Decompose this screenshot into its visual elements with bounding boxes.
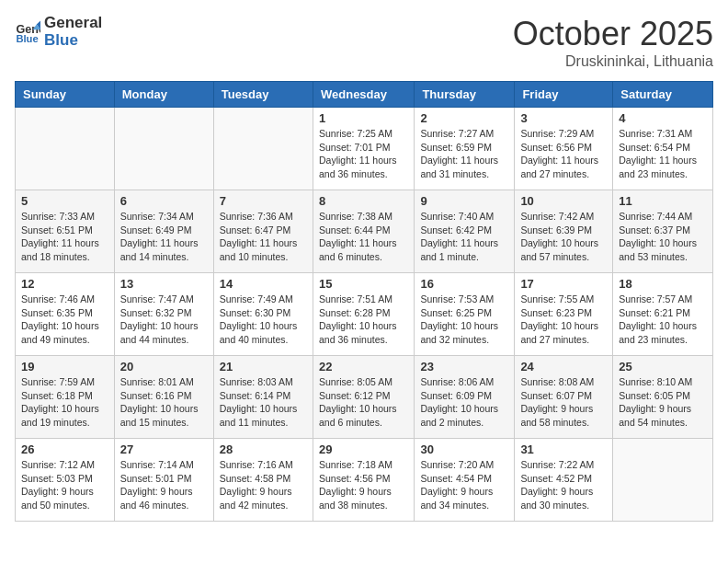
calendar-cell	[16, 108, 115, 190]
week-row-2: 5Sunrise: 7:33 AM Sunset: 6:51 PM Daylig…	[16, 190, 713, 273]
day-info: Sunrise: 7:14 AM Sunset: 5:01 PM Dayligh…	[120, 458, 208, 512]
day-info: Sunrise: 7:38 AM Sunset: 6:44 PM Dayligh…	[319, 210, 408, 264]
day-number: 2	[420, 111, 508, 125]
day-info: Sunrise: 7:18 AM Sunset: 4:56 PM Dayligh…	[319, 458, 408, 512]
day-number: 3	[520, 111, 607, 125]
day-info: Sunrise: 7:12 AM Sunset: 5:03 PM Dayligh…	[21, 458, 108, 512]
calendar-cell: 13Sunrise: 7:47 AM Sunset: 6:32 PM Dayli…	[114, 273, 213, 356]
day-info: Sunrise: 8:08 AM Sunset: 6:07 PM Dayligh…	[520, 375, 607, 430]
day-info: Sunrise: 7:36 AM Sunset: 6:47 PM Dayligh…	[220, 210, 307, 264]
day-info: Sunrise: 8:03 AM Sunset: 6:14 PM Dayligh…	[220, 375, 307, 430]
calendar-cell: 27Sunrise: 7:14 AM Sunset: 5:01 PM Dayli…	[114, 439, 213, 522]
day-info: Sunrise: 8:06 AM Sunset: 6:09 PM Dayligh…	[420, 375, 508, 430]
weekday-header-monday: Monday	[114, 82, 213, 108]
calendar-cell: 1Sunrise: 7:25 AM Sunset: 7:01 PM Daylig…	[313, 108, 414, 190]
calendar-cell: 31Sunrise: 7:22 AM Sunset: 4:52 PM Dayli…	[515, 439, 613, 522]
calendar-cell: 26Sunrise: 7:12 AM Sunset: 5:03 PM Dayli…	[16, 439, 115, 522]
calendar-cell: 20Sunrise: 8:01 AM Sunset: 6:16 PM Dayli…	[114, 356, 213, 439]
day-number: 9	[420, 194, 508, 208]
calendar-cell: 5Sunrise: 7:33 AM Sunset: 6:51 PM Daylig…	[16, 190, 115, 273]
weekday-header-wednesday: Wednesday	[313, 82, 414, 108]
weekday-header-saturday: Saturday	[613, 82, 713, 108]
day-info: Sunrise: 7:49 AM Sunset: 6:30 PM Dayligh…	[220, 293, 307, 347]
calendar-cell: 6Sunrise: 7:34 AM Sunset: 6:49 PM Daylig…	[114, 190, 213, 273]
day-info: Sunrise: 7:53 AM Sunset: 6:25 PM Dayligh…	[420, 293, 508, 347]
calendar-cell: 3Sunrise: 7:29 AM Sunset: 6:56 PM Daylig…	[515, 108, 613, 190]
day-number: 28	[220, 442, 307, 456]
calendar-cell: 4Sunrise: 7:31 AM Sunset: 6:54 PM Daylig…	[613, 108, 713, 190]
day-number: 26	[21, 442, 108, 456]
calendar-cell: 15Sunrise: 7:51 AM Sunset: 6:28 PM Dayli…	[313, 273, 414, 356]
day-number: 22	[319, 360, 408, 373]
day-number: 15	[319, 277, 408, 291]
logo-icon: General Blue	[15, 19, 40, 45]
calendar-cell: 25Sunrise: 8:10 AM Sunset: 6:05 PM Dayli…	[613, 356, 713, 439]
weekday-header-friday: Friday	[515, 82, 613, 108]
logo-general-text: General	[44, 15, 102, 32]
day-number: 5	[21, 194, 108, 208]
day-number: 12	[21, 277, 108, 291]
day-info: Sunrise: 7:29 AM Sunset: 6:56 PM Dayligh…	[520, 127, 607, 181]
day-info: Sunrise: 7:59 AM Sunset: 6:18 PM Dayligh…	[21, 375, 108, 430]
day-info: Sunrise: 7:33 AM Sunset: 6:51 PM Dayligh…	[21, 210, 108, 264]
weekday-header-tuesday: Tuesday	[213, 82, 313, 108]
day-number: 31	[520, 442, 607, 456]
day-number: 11	[619, 194, 707, 208]
week-row-1: 1Sunrise: 7:25 AM Sunset: 7:01 PM Daylig…	[16, 108, 713, 190]
day-info: Sunrise: 7:16 AM Sunset: 4:58 PM Dayligh…	[220, 458, 307, 512]
day-info: Sunrise: 7:31 AM Sunset: 6:54 PM Dayligh…	[619, 127, 707, 181]
day-number: 27	[120, 442, 208, 456]
calendar-cell: 19Sunrise: 7:59 AM Sunset: 6:18 PM Dayli…	[16, 356, 115, 439]
calendar-cell: 11Sunrise: 7:44 AM Sunset: 6:37 PM Dayli…	[613, 190, 713, 273]
calendar: SundayMondayTuesdayWednesdayThursdayFrid…	[15, 81, 713, 522]
calendar-cell: 18Sunrise: 7:57 AM Sunset: 6:21 PM Dayli…	[613, 273, 713, 356]
month-title: October 2025	[513, 15, 713, 53]
day-number: 18	[619, 277, 707, 291]
day-info: Sunrise: 8:10 AM Sunset: 6:05 PM Dayligh…	[619, 375, 707, 430]
page-header: General Blue General Blue October 2025 D…	[15, 15, 713, 70]
day-number: 8	[319, 194, 408, 208]
weekday-header-row: SundayMondayTuesdayWednesdayThursdayFrid…	[16, 82, 713, 108]
calendar-cell: 30Sunrise: 7:20 AM Sunset: 4:54 PM Dayli…	[415, 439, 515, 522]
day-info: Sunrise: 7:44 AM Sunset: 6:37 PM Dayligh…	[619, 210, 707, 264]
svg-text:Blue: Blue	[16, 33, 38, 44]
week-row-5: 26Sunrise: 7:12 AM Sunset: 5:03 PM Dayli…	[16, 439, 713, 522]
calendar-cell: 17Sunrise: 7:55 AM Sunset: 6:23 PM Dayli…	[515, 273, 613, 356]
day-number: 24	[520, 360, 607, 373]
calendar-cell	[114, 108, 213, 190]
day-number: 7	[220, 194, 307, 208]
day-number: 10	[520, 194, 607, 208]
calendar-cell: 7Sunrise: 7:36 AM Sunset: 6:47 PM Daylig…	[213, 190, 313, 273]
day-info: Sunrise: 7:40 AM Sunset: 6:42 PM Dayligh…	[420, 210, 508, 264]
day-info: Sunrise: 7:51 AM Sunset: 6:28 PM Dayligh…	[319, 293, 408, 347]
weekday-header-thursday: Thursday	[415, 82, 515, 108]
day-number: 25	[619, 360, 707, 373]
day-number: 1	[319, 111, 408, 125]
day-info: Sunrise: 7:34 AM Sunset: 6:49 PM Dayligh…	[120, 210, 208, 264]
calendar-cell: 21Sunrise: 8:03 AM Sunset: 6:14 PM Dayli…	[213, 356, 313, 439]
calendar-cell	[213, 108, 313, 190]
location: Druskininkai, Lithuania	[513, 53, 713, 70]
calendar-cell: 23Sunrise: 8:06 AM Sunset: 6:09 PM Dayli…	[415, 356, 515, 439]
calendar-cell: 16Sunrise: 7:53 AM Sunset: 6:25 PM Dayli…	[415, 273, 515, 356]
day-number: 30	[420, 442, 508, 456]
day-number: 23	[420, 360, 508, 373]
week-row-4: 19Sunrise: 7:59 AM Sunset: 6:18 PM Dayli…	[16, 356, 713, 439]
weekday-header-sunday: Sunday	[16, 82, 115, 108]
day-info: Sunrise: 7:57 AM Sunset: 6:21 PM Dayligh…	[619, 293, 707, 347]
day-info: Sunrise: 7:20 AM Sunset: 4:54 PM Dayligh…	[420, 458, 508, 512]
calendar-cell: 14Sunrise: 7:49 AM Sunset: 6:30 PM Dayli…	[213, 273, 313, 356]
day-info: Sunrise: 7:47 AM Sunset: 6:32 PM Dayligh…	[120, 293, 208, 347]
day-info: Sunrise: 7:46 AM Sunset: 6:35 PM Dayligh…	[21, 293, 108, 347]
calendar-cell: 28Sunrise: 7:16 AM Sunset: 4:58 PM Dayli…	[213, 439, 313, 522]
day-info: Sunrise: 7:55 AM Sunset: 6:23 PM Dayligh…	[520, 293, 607, 347]
day-info: Sunrise: 7:25 AM Sunset: 7:01 PM Dayligh…	[319, 127, 408, 181]
day-number: 21	[220, 360, 307, 373]
day-info: Sunrise: 8:05 AM Sunset: 6:12 PM Dayligh…	[319, 375, 408, 430]
day-number: 19	[21, 360, 108, 373]
calendar-cell: 10Sunrise: 7:42 AM Sunset: 6:39 PM Dayli…	[515, 190, 613, 273]
calendar-cell: 29Sunrise: 7:18 AM Sunset: 4:56 PM Dayli…	[313, 439, 414, 522]
day-number: 14	[220, 277, 307, 291]
calendar-cell: 22Sunrise: 8:05 AM Sunset: 6:12 PM Dayli…	[313, 356, 414, 439]
calendar-cell: 8Sunrise: 7:38 AM Sunset: 6:44 PM Daylig…	[313, 190, 414, 273]
